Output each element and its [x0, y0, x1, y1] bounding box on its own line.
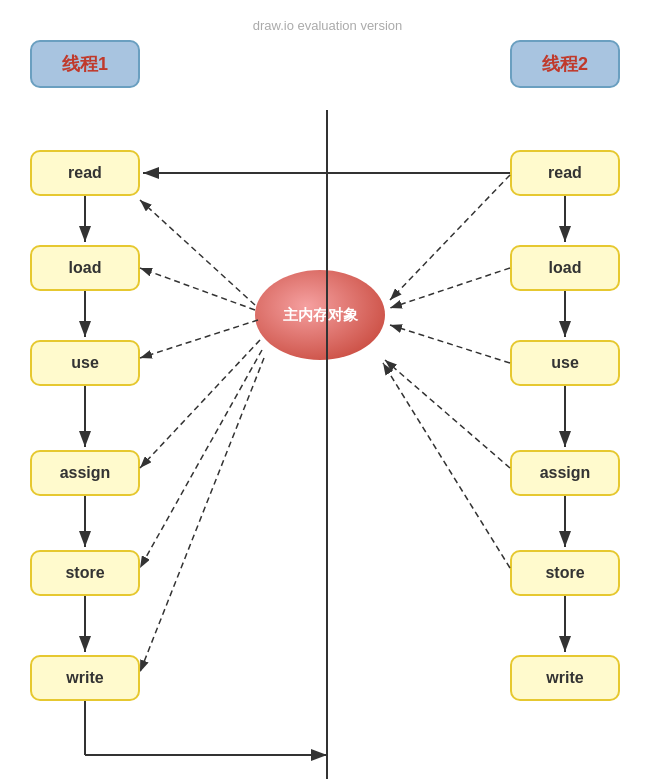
thread2-use: use: [510, 340, 620, 386]
thread2-assign: assign: [510, 450, 620, 496]
thread1-assign: assign: [30, 450, 140, 496]
thread2-load: load: [510, 245, 620, 291]
thread1-read: read: [30, 150, 140, 196]
svg-line-14: [140, 200, 255, 305]
thread1-load: load: [30, 245, 140, 291]
svg-line-24: [383, 363, 510, 568]
thread1-store: store: [30, 550, 140, 596]
thread2-store: store: [510, 550, 620, 596]
svg-line-20: [390, 175, 510, 300]
thread2-read: read: [510, 150, 620, 196]
thread2-write: write: [510, 655, 620, 701]
svg-line-15: [140, 268, 255, 310]
svg-line-22: [390, 325, 510, 363]
watermark: draw.io evaluation version: [253, 18, 403, 33]
svg-line-17: [140, 340, 260, 468]
memory-object: 主内存对象: [255, 270, 385, 360]
svg-line-21: [390, 268, 510, 308]
thread1-write: write: [30, 655, 140, 701]
svg-line-19: [140, 358, 264, 672]
thread1-use: use: [30, 340, 140, 386]
svg-line-16: [140, 320, 258, 358]
svg-line-18: [140, 350, 262, 568]
thread2-header: 线程2: [510, 40, 620, 88]
svg-line-23: [385, 360, 510, 468]
thread1-header: 线程1: [30, 40, 140, 88]
